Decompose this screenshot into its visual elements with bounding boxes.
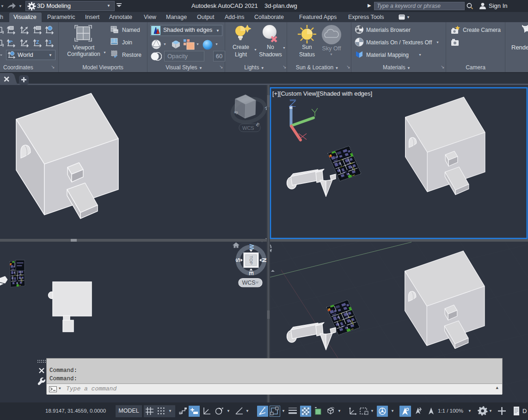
svg-text:TOP: TOP — [249, 256, 254, 264]
svg-text:N: N — [261, 258, 268, 262]
svg-text:S: S — [234, 258, 241, 262]
svg-text:E: E — [248, 271, 255, 275]
svg-text:WCS: WCS — [242, 280, 256, 286]
svg-text:3: 3 — [49, 39, 51, 45]
svg-text:[+][Custom View][Shaded with e: [+][Custom View][Shaded with edges] — [272, 90, 372, 97]
svg-text:E: E — [255, 122, 261, 128]
svg-text:WCS: WCS — [242, 125, 254, 131]
svg-text:W: W — [248, 244, 255, 250]
svg-text:Z: Z — [36, 39, 39, 45]
